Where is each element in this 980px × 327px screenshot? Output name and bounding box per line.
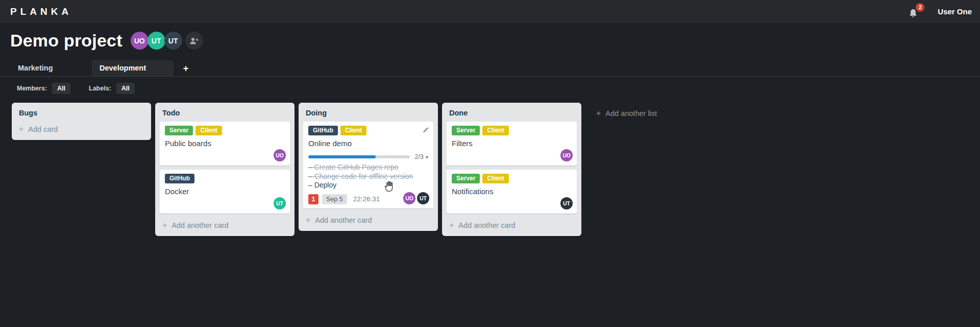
list-title: Bugs (16, 107, 146, 122)
list-title: Todo (160, 107, 290, 122)
progress-bar (308, 155, 410, 158)
avatar: UT (560, 197, 573, 209)
card-label: Server (452, 174, 480, 183)
add-card-label: Add another card (172, 221, 228, 229)
plus-icon: + (162, 221, 167, 230)
tab-development[interactable]: Development (92, 60, 174, 76)
card-label: Client (340, 126, 366, 135)
caret-down-icon: ▾ (426, 154, 428, 160)
card-members: UOUT (402, 192, 429, 204)
filter-bar: Members: All Labels: All (17, 83, 980, 94)
card-notification-badge: 1 (308, 194, 318, 204)
card[interactable]: ServerClientPublic boardsUO (160, 122, 290, 166)
edit-card-button[interactable] (422, 126, 429, 135)
card[interactable]: ServerClientFiltersUO (447, 122, 577, 166)
avatar: UT (417, 192, 429, 204)
members-filter-value[interactable]: All (52, 83, 70, 94)
due-date-badge[interactable]: Sep 5 (322, 194, 347, 204)
tab-marketing[interactable]: Marketing (10, 60, 92, 76)
add-card-button[interactable]: +Add another card (447, 218, 577, 231)
card-members: UO (272, 149, 286, 161)
add-card-button[interactable]: +Add card (16, 122, 146, 135)
progress-count: 2/3 (415, 153, 424, 160)
notification-badge: 2 (916, 3, 924, 12)
avatar: UT (274, 197, 286, 209)
plus-icon: + (596, 109, 601, 118)
board: Bugs+Add cardTodoServerClientPublic boar… (12, 103, 980, 236)
add-card-label: Add another card (315, 216, 372, 224)
project-members: UOUTUT (132, 32, 182, 50)
card-labels: ServerClient (165, 126, 285, 135)
project-header: Demo project UOUTUT (0, 23, 980, 54)
card[interactable]: ServerClientNotificationsUT (447, 170, 577, 214)
labels-filter-label: Labels: (89, 85, 111, 92)
avatar[interactable]: UO (131, 32, 149, 50)
add-card-label: Add another card (458, 221, 515, 229)
card-label: Client (482, 126, 508, 135)
labels-filter-group: Labels: All (89, 83, 135, 94)
tasks-progress[interactable]: 2/3▾ (308, 153, 428, 160)
task-item: – Create GitHub Pages repo (308, 163, 428, 172)
card-label: Server (165, 126, 193, 135)
avatar: UO (560, 149, 573, 161)
task-item: – Deploy (308, 181, 428, 190)
plus-icon: + (19, 125, 23, 134)
task-list: – Create GitHub Pages repo– Change code … (308, 163, 428, 190)
members-filter-label: Members: (17, 85, 47, 92)
notifications-button[interactable]: 2 (908, 5, 920, 18)
card-label: Server (452, 126, 480, 135)
list-bugs: Bugs+Add card (12, 103, 151, 140)
task-item: – Change code for offline version (308, 172, 428, 181)
list-done: DoneServerClientFiltersUOServerClientNot… (442, 103, 581, 236)
list-doing: DoingGitHubClientOnline demo2/3▾– Create… (299, 103, 438, 231)
labels-filter-value[interactable]: All (116, 83, 135, 94)
card-members: UT (272, 197, 286, 209)
add-board-button[interactable]: + (176, 60, 196, 76)
card-members: UT (559, 197, 573, 209)
plus-icon: + (306, 216, 310, 225)
avatar: UO (403, 192, 415, 204)
project-title: Demo project (10, 31, 122, 51)
add-card-label: Add card (28, 125, 58, 133)
card-label: GitHub (165, 174, 194, 183)
topbar-right: 2 User One (908, 5, 972, 18)
members-filter-group: Members: All (17, 83, 70, 94)
pencil-icon (422, 127, 429, 133)
avatar: UO (274, 149, 286, 161)
plus-icon: + (449, 221, 454, 230)
card-labels: GitHub (165, 174, 285, 183)
add-another-list-button[interactable]: + Add another list (596, 109, 657, 118)
list-title: Done (447, 107, 577, 122)
card-title: Public boards (165, 139, 285, 148)
board-tabs: Marketing Development + (0, 60, 980, 77)
avatar[interactable]: UT (164, 32, 182, 50)
add-another-list-label: Add another list (605, 109, 657, 118)
add-user-icon (189, 36, 199, 45)
add-card-button[interactable]: +Add another card (303, 213, 433, 226)
card-labels: ServerClient (452, 174, 572, 183)
top-bar: PLANKA 2 User One (0, 0, 980, 23)
avatar[interactable]: UT (148, 32, 165, 50)
card-title: Online demo (308, 139, 428, 148)
card-label: Client (482, 174, 508, 183)
card-label: GitHub (308, 126, 338, 135)
card-title: Notifications (452, 187, 572, 196)
card-labels: GitHubClient (308, 126, 428, 135)
timer-value: 22:26:31 (353, 195, 380, 203)
progress-bar-fill (308, 155, 376, 158)
list-todo: TodoServerClientPublic boardsUOGitHubDoc… (155, 103, 295, 236)
card-labels: ServerClient (452, 126, 572, 135)
add-card-button[interactable]: +Add another card (160, 218, 290, 231)
user-menu[interactable]: User One (938, 7, 972, 16)
card-title: Docker (165, 187, 285, 196)
card-members: UO (559, 149, 573, 161)
list-title: Doing (303, 107, 433, 122)
add-member-button[interactable] (185, 32, 203, 50)
card-title: Filters (452, 139, 572, 148)
app-logo[interactable]: PLANKA (10, 6, 72, 17)
card[interactable]: GitHubClientOnline demo2/3▾– Create GitH… (303, 122, 433, 208)
card[interactable]: GitHubDockerUT (160, 170, 290, 214)
card-label: Client (195, 126, 222, 135)
